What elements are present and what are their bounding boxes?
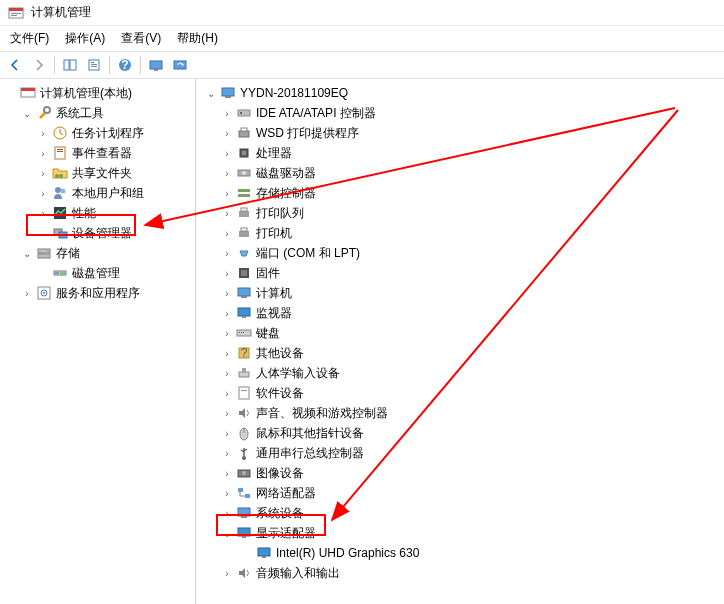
svg-rect-16 [21, 88, 35, 91]
device-sound[interactable]: ›声音、视频和游戏控制器 [196, 403, 724, 423]
device-ports[interactable]: ›端口 (COM 和 LPT) [196, 243, 724, 263]
refresh-button[interactable] [169, 54, 191, 76]
expander-icon[interactable]: › [220, 426, 234, 440]
svg-rect-79 [241, 516, 247, 518]
device-monitor[interactable]: ›监视器 [196, 303, 724, 323]
menu-help[interactable]: 帮助(H) [171, 28, 224, 49]
tree-device-manager[interactable]: › 设备管理器 [0, 223, 195, 243]
tree-system-tools[interactable]: ⌄ 系统工具 [0, 103, 195, 123]
device-display-adapters[interactable]: ⌄显示适配器 [196, 523, 724, 543]
device-firmware[interactable]: ›固件 [196, 263, 724, 283]
device-keyboard[interactable]: ›键盘 [196, 323, 724, 343]
tree-label: 端口 (COM 和 LPT) [256, 245, 360, 262]
left-tree-pane[interactable]: ▾ 计算机管理(本地) ⌄ 系统工具 › 任务计划程序 › 事件查看器 › 共享… [0, 79, 196, 604]
expander-icon[interactable]: › [220, 346, 234, 360]
device-audio[interactable]: ›音频输入和输出 [196, 563, 724, 583]
device-display-card[interactable]: ›Intel(R) UHD Graphics 630 [196, 543, 724, 563]
tree-task-scheduler[interactable]: › 任务计划程序 [0, 123, 195, 143]
expander-icon[interactable]: › [36, 206, 50, 220]
menu-action[interactable]: 操作(A) [59, 28, 111, 49]
display-adapter-icon [236, 525, 252, 541]
expander-icon[interactable]: › [36, 146, 50, 160]
device-hid[interactable]: ›人体学输入设备 [196, 363, 724, 383]
expander-icon[interactable]: › [220, 286, 234, 300]
device-usb[interactable]: ›通用串行总线控制器 [196, 443, 724, 463]
svg-rect-66 [239, 372, 249, 377]
tree-root-computer-mgmt[interactable]: ▾ 计算机管理(本地) [0, 83, 195, 103]
expander-icon[interactable]: › [220, 326, 234, 340]
tree-disk-mgmt[interactable]: › 磁盘管理 [0, 263, 195, 283]
expander-icon[interactable]: › [220, 106, 234, 120]
expander-icon[interactable]: ⌄ [220, 526, 234, 540]
back-button[interactable] [4, 54, 26, 76]
svg-rect-21 [57, 151, 63, 152]
svg-rect-19 [55, 147, 65, 159]
tree-services[interactable]: › 服务和应用程序 [0, 283, 195, 303]
svg-rect-69 [241, 390, 247, 391]
device-other[interactable]: ›?其他设备 [196, 343, 724, 363]
expander-icon[interactable]: › [36, 126, 50, 140]
expander-icon[interactable]: ⌄ [204, 86, 218, 100]
device-software[interactable]: ›软件设备 [196, 383, 724, 403]
device-printer[interactable]: ›打印机 [196, 223, 724, 243]
software-icon [236, 385, 252, 401]
tree-label: 鼠标和其他指针设备 [256, 425, 364, 442]
forward-button[interactable] [28, 54, 50, 76]
help-button[interactable]: ? [114, 54, 136, 76]
expander-icon[interactable]: ⌄ [20, 246, 34, 260]
svg-rect-83 [262, 556, 266, 558]
menu-file[interactable]: 文件(F) [4, 28, 55, 49]
show-hide-tree-button[interactable] [59, 54, 81, 76]
tree-storage[interactable]: ⌄ 存储 [0, 243, 195, 263]
expander-icon[interactable]: › [220, 246, 234, 260]
device-storage-controllers[interactable]: ›存储控制器 [196, 183, 724, 203]
expander-icon[interactable]: › [220, 226, 234, 240]
device-system[interactable]: ›系统设备 [196, 503, 724, 523]
svg-rect-39 [225, 96, 231, 98]
expander-icon[interactable]: › [20, 286, 34, 300]
expander-icon[interactable]: › [36, 166, 50, 180]
expander-icon[interactable]: › [220, 266, 234, 280]
tree-shared-folders[interactable]: › 共享文件夹 [0, 163, 195, 183]
expander-icon[interactable]: › [220, 566, 234, 580]
expander-icon[interactable]: › [36, 186, 50, 200]
tree-performance[interactable]: › 性能 [0, 203, 195, 223]
expander-icon[interactable]: › [220, 166, 234, 180]
expander-icon[interactable]: › [220, 486, 234, 500]
svg-rect-59 [242, 316, 246, 318]
tools-icon [36, 105, 52, 121]
expander-icon[interactable]: › [220, 386, 234, 400]
device-print-queue[interactable]: ›打印队列 [196, 203, 724, 223]
device-wsd[interactable]: ›WSD 打印提供程序 [196, 123, 724, 143]
svg-rect-78 [238, 508, 250, 516]
device-mouse[interactable]: ›鼠标和其他指针设备 [196, 423, 724, 443]
expander-icon[interactable]: › [220, 186, 234, 200]
expander-icon[interactable]: › [220, 126, 234, 140]
expander-icon[interactable]: ⌄ [20, 106, 34, 120]
device-disk-drives[interactable]: ›磁盘驱动器 [196, 163, 724, 183]
device-computer-type[interactable]: ›计算机 [196, 283, 724, 303]
device-processor[interactable]: ›处理器 [196, 143, 724, 163]
expander-icon[interactable]: › [220, 506, 234, 520]
tree-label: 磁盘管理 [72, 265, 120, 282]
properties-button[interactable] [83, 54, 105, 76]
svg-rect-41 [240, 112, 242, 114]
device-ide-atapi[interactable]: ›IDE ATA/ATAPI 控制器 [196, 103, 724, 123]
device-computer[interactable]: ⌄ YYDN-20181109EQ [196, 83, 724, 103]
view-button[interactable] [145, 54, 167, 76]
device-network[interactable]: ›网络适配器 [196, 483, 724, 503]
tree-label: 存储控制器 [256, 185, 316, 202]
expander-icon[interactable]: › [220, 406, 234, 420]
tree-event-viewer[interactable]: › 事件查看器 [0, 143, 195, 163]
expander-icon[interactable]: › [220, 446, 234, 460]
expander-icon[interactable]: › [220, 146, 234, 160]
tree-label: 处理器 [256, 145, 292, 162]
expander-icon[interactable]: › [220, 306, 234, 320]
right-tree-pane[interactable]: ⌄ YYDN-20181109EQ ›IDE ATA/ATAPI 控制器 ›WS… [196, 79, 724, 604]
expander-icon[interactable]: › [220, 206, 234, 220]
tree-local-users[interactable]: › 本地用户和组 [0, 183, 195, 203]
expander-icon[interactable]: › [220, 466, 234, 480]
expander-icon[interactable]: › [220, 366, 234, 380]
menu-view[interactable]: 查看(V) [115, 28, 167, 49]
device-imaging[interactable]: ›图像设备 [196, 463, 724, 483]
